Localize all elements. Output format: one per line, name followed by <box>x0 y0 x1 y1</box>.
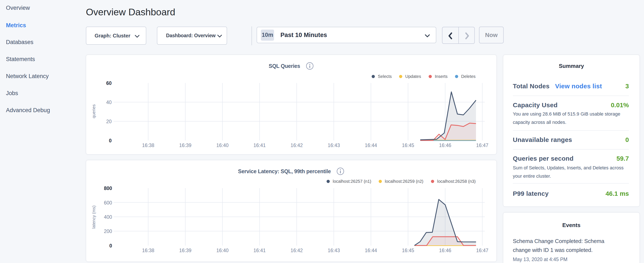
svg-text:60: 60 <box>106 80 112 86</box>
svg-text:16:47: 16:47 <box>476 248 488 253</box>
svg-text:16:45: 16:45 <box>402 248 414 253</box>
svg-text:16:43: 16:43 <box>328 248 340 253</box>
svg-text:16:38: 16:38 <box>142 143 154 148</box>
svg-text:16:43: 16:43 <box>328 143 340 148</box>
svg-text:16:44: 16:44 <box>365 248 377 253</box>
svg-text:16:39: 16:39 <box>179 143 192 148</box>
svg-text:20: 20 <box>106 119 112 124</box>
svg-text:16:47: 16:47 <box>476 143 488 148</box>
svg-text:16:46: 16:46 <box>439 143 451 148</box>
svg-text:16:44: 16:44 <box>365 143 377 148</box>
svg-text:400: 400 <box>104 214 112 220</box>
svg-text:600: 600 <box>104 200 112 205</box>
svg-text:16:42: 16:42 <box>291 143 303 148</box>
svg-text:40: 40 <box>106 100 112 105</box>
svg-text:16:45: 16:45 <box>402 143 414 148</box>
svg-text:latency (ms): latency (ms) <box>92 205 96 229</box>
svg-text:16:40: 16:40 <box>216 143 228 148</box>
svg-text:16:46: 16:46 <box>439 248 451 253</box>
svg-text:16:42: 16:42 <box>291 248 303 253</box>
svg-text:16:41: 16:41 <box>254 143 266 148</box>
svg-text:0: 0 <box>109 138 112 143</box>
svg-text:16:40: 16:40 <box>216 248 228 253</box>
svg-text:queries: queries <box>92 104 96 118</box>
svg-text:0: 0 <box>109 243 112 248</box>
svg-text:16:39: 16:39 <box>179 248 192 253</box>
svg-text:16:41: 16:41 <box>254 248 266 253</box>
svg-text:16:38: 16:38 <box>142 248 154 253</box>
svg-text:200: 200 <box>104 228 112 234</box>
svg-text:800: 800 <box>104 185 112 191</box>
